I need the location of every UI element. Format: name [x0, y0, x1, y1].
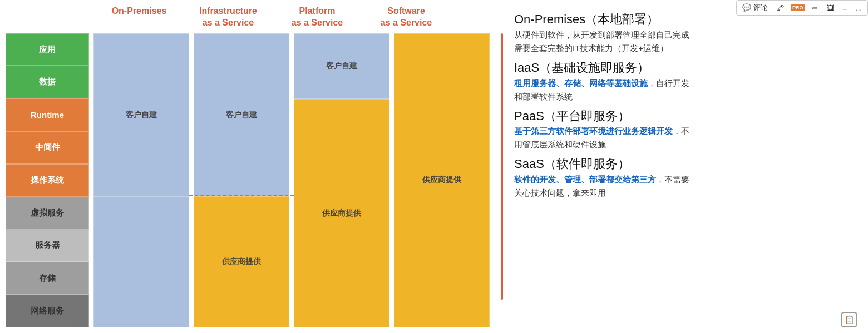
toolbar-icon-1[interactable]: 🖉 [775, 3, 786, 13]
row-os: 操作系统 [6, 164, 89, 197]
image-icon[interactable]: 🖼 [825, 3, 836, 13]
saas-title: SaaS（软件即服务） [514, 156, 846, 173]
header-onprem: On-Premises [95, 6, 184, 29]
section-paas: PaaS（平台即服务） 基于第三方软件部署环境进行业务逻辑开发，不用管底层系统和… [514, 108, 846, 152]
row-app: 应用 [6, 33, 89, 66]
iaas-title: IaaS（基础设施即服务） [514, 59, 846, 77]
row-virtual: 虚拟服务 [6, 197, 89, 230]
onprem-customer-label: 客户自建 [93, 33, 189, 197]
edit-icon[interactable]: ✏ [810, 3, 820, 13]
column-headers: On-Premises Infrastructure as a Service … [95, 6, 490, 29]
toolbar: 💬 评论 🖉 PRO ✏ 🖼 ≡ ... [736, 0, 868, 16]
diagram-grid: 应用 数据 Runtime 中间件 操作系统 虚拟服务 服务器 存储 网络服务 … [6, 33, 490, 327]
more-button[interactable]: ... [854, 3, 864, 13]
comment-icon: 💬 [742, 3, 751, 12]
bottom-right-icon: 📋 [841, 312, 857, 327]
row-data: 数据 [6, 66, 89, 98]
col-saas: 供应商提供 [394, 33, 490, 327]
section-iaas: IaaS（基础设施即服务） 租用服务器、存储、网络等基础设施，自行开发和部署软件… [514, 59, 846, 103]
paas-title: PaaS（平台即服务） [514, 108, 846, 125]
saas-desc: 软件的开发、管理、部署都交给第三方，不需要关心技术问题，拿来即用 [514, 173, 846, 200]
row-labels: 应用 数据 Runtime 中间件 操作系统 虚拟服务 服务器 存储 网络服务 [6, 33, 89, 327]
col-paas: 客户自建 供应商提供 [294, 33, 389, 327]
comment-button[interactable]: 💬 评论 [740, 2, 770, 14]
section-saas: SaaS（软件即服务） 软件的开发、管理、部署都交给第三方，不需要关心技术问题，… [514, 156, 846, 200]
col-onprem: 客户自建 [93, 33, 189, 327]
col-iaas: 客户自建 供应商提供 [194, 33, 289, 327]
paas-provider-label: 供应商提供 [294, 99, 389, 327]
pro-badge: PRO [791, 4, 805, 11]
header-saas: Software as a Service [362, 6, 451, 29]
row-network: 网络服务 [6, 295, 89, 327]
row-storage: 存储 [6, 262, 89, 295]
section-onprem: On-Premises（本地部署） 从硬件到软件，从开发到部署管理全部自己完成需… [514, 11, 846, 55]
data-columns: 客户自建 客户自建 供应商提供 客户自建 [89, 33, 490, 327]
iaas-provider-label: 供应商提供 [194, 196, 289, 327]
row-runtime: Runtime [6, 98, 89, 131]
list-icon[interactable]: ≡ [841, 3, 850, 13]
row-middleware: 中间件 [6, 131, 89, 164]
paas-customer-label: 客户自建 [294, 33, 389, 100]
header-paas: Platform as a Service [273, 6, 362, 29]
iaas-desc: 租用服务器、存储、网络等基础设施，自行开发和部署软件系统 [514, 77, 846, 103]
iaas-customer-label: 客户自建 [194, 33, 289, 197]
paas-desc: 基于第三方软件部署环境进行业务逻辑开发，不用管底层系统和硬件设施 [514, 125, 846, 151]
row-server: 服务器 [6, 230, 89, 262]
onprem-bottom [93, 196, 189, 327]
header-iaas: Infrastructure as a Service [184, 6, 273, 29]
onprem-desc: 从硬件到软件，从开发到部署管理全部自己完成需要全套完整的IT技术能力（开发+运维… [514, 28, 846, 55]
saas-provider-label: 供应商提供 [394, 33, 490, 327]
diagram-section: On-Premises Infrastructure as a Service … [0, 0, 501, 333]
text-section: On-Premises（本地部署） 从硬件到软件，从开发到部署管理全部自己完成需… [503, 0, 868, 333]
